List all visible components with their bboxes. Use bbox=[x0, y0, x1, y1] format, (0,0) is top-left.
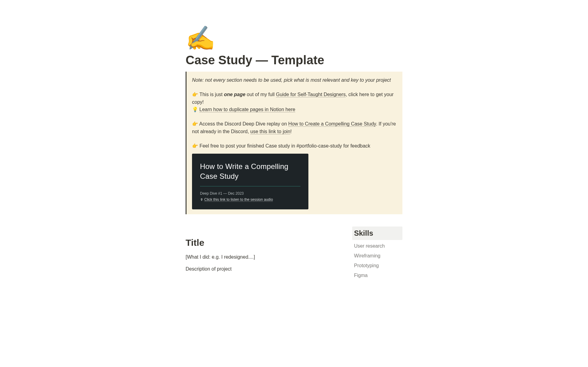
callout-feedback-text: 👉 Feel free to post your finished Case s… bbox=[192, 142, 398, 150]
callout-block: Note: not every section needs to be used… bbox=[186, 72, 402, 214]
microphone-icon: 🎙 bbox=[200, 197, 203, 203]
side-column: Skills User research Wireframing Prototy… bbox=[352, 227, 402, 280]
callout-line1-mid: out of my full bbox=[245, 92, 276, 97]
deepdive-replay-link[interactable]: How to Create a Compelling Case Study bbox=[288, 121, 376, 126]
page-title[interactable]: Case Study — Template bbox=[186, 53, 402, 67]
embed-card[interactable]: How to Write a Compelling Case Study Dee… bbox=[192, 154, 308, 209]
lightbulb-icon: 💡 bbox=[192, 107, 198, 112]
skill-item[interactable]: Prototyping bbox=[352, 261, 402, 271]
embed-audio-link-text: Click this link to listen to the session… bbox=[204, 197, 273, 202]
skill-item[interactable]: Figma bbox=[352, 271, 402, 280]
title-heading[interactable]: Title bbox=[186, 236, 341, 249]
callout-line1-em: one page bbox=[224, 92, 245, 97]
callout-line-4: 👉 Feel free to post your finished Case s… bbox=[192, 142, 398, 209]
callout-line3-post: ! bbox=[290, 129, 292, 134]
callout-line3-pre: 👉 Access the Discord Deep Dive replay on bbox=[192, 121, 288, 126]
two-column-layout: Title [What I did: e.g. I redesigned....… bbox=[186, 227, 402, 280]
title-placeholder-text[interactable]: [What I did: e.g. I redesigned....] bbox=[186, 251, 341, 261]
skills-heading[interactable]: Skills bbox=[352, 227, 402, 240]
embed-audio-link[interactable]: 🎙Click this link to listen to the sessio… bbox=[200, 197, 300, 203]
callout-line1-pre: 👉 This is just bbox=[192, 92, 224, 97]
skill-item[interactable]: Wireframing bbox=[352, 251, 402, 261]
page-icon[interactable]: ✍️ bbox=[186, 26, 402, 50]
callout-line-1: 👉 This is just one page out of my full G… bbox=[192, 91, 398, 114]
guide-link[interactable]: Guide for Self-Taught Designers bbox=[276, 92, 346, 97]
skill-item[interactable]: User research bbox=[352, 241, 402, 251]
callout-line-3: 👉 Access the Discord Deep Dive replay on… bbox=[192, 120, 398, 136]
discord-join-link[interactable]: use this link to join bbox=[250, 129, 290, 134]
description-text[interactable]: Description of project bbox=[186, 263, 341, 273]
skills-list: User research Wireframing Prototyping Fi… bbox=[352, 241, 402, 280]
callout-note: Note: not every section needs to be used… bbox=[192, 77, 398, 84]
duplicate-pages-link[interactable]: Learn how to duplicate pages in Notion h… bbox=[199, 107, 295, 112]
embed-meta-text: Deep Dive #1 — Dec 2023 bbox=[200, 191, 244, 196]
main-column: Title [What I did: e.g. I redesigned....… bbox=[186, 227, 341, 275]
embed-title: How to Write a Compelling Case Study bbox=[200, 162, 300, 187]
